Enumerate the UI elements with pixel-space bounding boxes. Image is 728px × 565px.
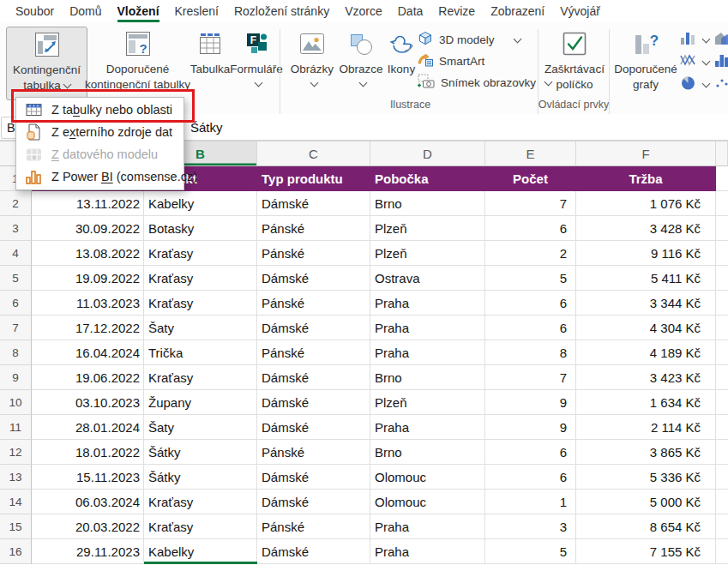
cell-B4[interactable]: Kraťasy (144, 241, 257, 266)
cell-F6[interactable]: 3 344 Kč (576, 291, 716, 316)
scatter-chart-button[interactable] (714, 74, 728, 94)
cell-E1[interactable]: Počet (485, 166, 576, 191)
row-header-11[interactable]: 11 (0, 415, 32, 440)
cell-C8[interactable]: Pánské (257, 340, 370, 365)
tab-vzorce[interactable]: Vzorce (337, 0, 390, 22)
tab-kresleni[interactable]: Kreslení (167, 0, 226, 22)
cell-E12[interactable]: 6 (485, 440, 576, 465)
cell-B10[interactable]: Župany (144, 390, 257, 415)
row-header-5[interactable]: 5 (0, 266, 32, 291)
menu-item-from-external-source[interactable]: Z externího zdroje dat (16, 121, 184, 143)
tab-revize[interactable]: Revize (430, 0, 483, 22)
row-header-14[interactable]: 14 (0, 490, 32, 514)
cell-F11[interactable]: 2 114 Kč (576, 415, 716, 440)
cell-E14[interactable]: 1 (485, 490, 576, 514)
cell-F5[interactable]: 5 411 Kč (576, 266, 716, 291)
cell-A3[interactable]: 30.09.2022 (32, 216, 144, 241)
cell-B8[interactable]: Trička (144, 340, 257, 365)
forms-button[interactable]: F Formuláře (233, 27, 280, 100)
row-header-10[interactable]: 10 (0, 390, 32, 415)
cell-F10[interactable]: 1 634 Kč (576, 390, 716, 415)
cell-D2[interactable]: Brno (370, 191, 485, 216)
cell-G4[interactable] (716, 241, 728, 266)
cell-D7[interactable]: Praha (370, 316, 485, 340)
tab-data[interactable]: Data (390, 0, 431, 22)
cell-A6[interactable]: 11.03.2023 (32, 291, 144, 316)
tab-soubor[interactable]: Soubor (8, 0, 62, 22)
cell-A4[interactable]: 13.08.2022 (32, 241, 144, 266)
cell-B5[interactable]: Kraťasy (144, 266, 257, 291)
cell-F15[interactable]: 8 654 Kč (576, 514, 716, 539)
recommended-charts-button[interactable]: ? Doporučené grafy (612, 27, 679, 100)
cell-A9[interactable]: 19.06.2022 (32, 365, 144, 390)
cell-F4[interactable]: 9 116 Kč (576, 241, 716, 266)
cell-F9[interactable]: 3 423 Kč (576, 365, 716, 390)
row-header-13[interactable]: 13 (0, 465, 32, 490)
cell-E9[interactable]: 7 (485, 365, 576, 390)
cell-G14[interactable] (716, 490, 728, 514)
cell-D4[interactable]: Plzeň (370, 241, 485, 266)
cell-A2[interactable]: 13.11.2022 (32, 191, 144, 216)
cell-F7[interactable]: 4 304 Kč (576, 316, 716, 340)
cell-G10[interactable] (716, 390, 728, 415)
cell-C9[interactable]: Dámské (257, 365, 370, 390)
cell-F12[interactable]: 3 865 Kč (576, 440, 716, 465)
cell-D16[interactable]: Praha (370, 539, 485, 564)
row-header-12[interactable]: 12 (0, 440, 32, 465)
tab-vyvojar[interactable]: Vývojář (552, 0, 608, 22)
cell-G5[interactable] (716, 266, 728, 291)
pivot-table-button[interactable]: Kontingenční tabulka (6, 27, 87, 100)
cell-F2[interactable]: 1 076 Kč (576, 191, 716, 216)
cell-F13[interactable]: 5 336 Kč (576, 465, 716, 490)
menu-item-from-table-or-range[interactable]: Z tabulky nebo oblasti (16, 99, 184, 121)
cell-D5[interactable]: Ostrava (370, 266, 485, 291)
cell-E4[interactable]: 2 (485, 241, 576, 266)
pie-chart-button[interactable] (680, 74, 709, 94)
cell-E11[interactable]: 9 (485, 415, 576, 440)
cell-A13[interactable]: 15.11.2023 (32, 465, 144, 490)
cell-B9[interactable]: Kraťasy (144, 365, 257, 390)
cell-C12[interactable]: Pánské (257, 440, 370, 465)
cell-D3[interactable]: Plzeň (370, 216, 485, 241)
cell-C14[interactable]: Dámské (257, 490, 370, 514)
cell-C3[interactable]: Pánské (257, 216, 370, 241)
cell-B15[interactable]: Kraťasy (144, 514, 257, 539)
cell-F3[interactable]: 3 428 Kč (576, 216, 716, 241)
cell-D9[interactable]: Brno (370, 365, 485, 390)
cell-C11[interactable]: Dámské (257, 415, 370, 440)
cell-G6[interactable] (716, 291, 728, 316)
cell-C13[interactable]: Dámské (257, 465, 370, 490)
cell-C1[interactable]: Typ produktu (257, 166, 370, 191)
cell-E15[interactable]: 3 (485, 514, 576, 539)
cell-D13[interactable]: Olomouc (370, 465, 485, 490)
cell-G15[interactable] (716, 514, 728, 539)
area-chart-button[interactable] (714, 29, 728, 50)
cell-B11[interactable]: Šaty (144, 415, 257, 440)
row-header-8[interactable]: 8 (0, 340, 32, 365)
column-chart-button[interactable] (680, 29, 709, 50)
cell-E8[interactable]: 8 (485, 340, 576, 365)
column-header-C[interactable]: C (257, 141, 370, 166)
cell-B12[interactable]: Šátky (144, 440, 257, 465)
icons-button[interactable]: Ikony (385, 27, 418, 100)
cell-E10[interactable]: 9 (485, 390, 576, 415)
cell-D14[interactable]: Olomouc (370, 490, 485, 514)
cell-F16[interactable]: 7 155 Kč (576, 539, 716, 564)
cell-A15[interactable]: 20.03.2022 (32, 514, 144, 539)
cell-E2[interactable]: 7 (485, 191, 576, 216)
cell-G11[interactable] (716, 415, 728, 440)
column-header-G[interactable] (716, 141, 728, 166)
cell-G2[interactable] (716, 191, 728, 216)
menu-item-from-power-bi[interactable]: Z Power BI (comsense.cz) (16, 165, 184, 188)
cell-E7[interactable]: 6 (485, 316, 576, 340)
cell-E6[interactable]: 6 (485, 291, 576, 316)
cell-G1[interactable] (716, 166, 728, 191)
screenshot-button[interactable]: Snímek obrazovky (418, 72, 551, 93)
cell-C15[interactable]: Pánské (257, 514, 370, 539)
cell-G16[interactable] (716, 539, 728, 564)
column-header-F[interactable]: F (576, 141, 716, 166)
cell-C7[interactable]: Dámské (257, 316, 370, 340)
cell-D8[interactable]: Praha (370, 340, 485, 365)
cell-G12[interactable] (716, 440, 728, 465)
row-header-15[interactable]: 15 (0, 514, 32, 539)
